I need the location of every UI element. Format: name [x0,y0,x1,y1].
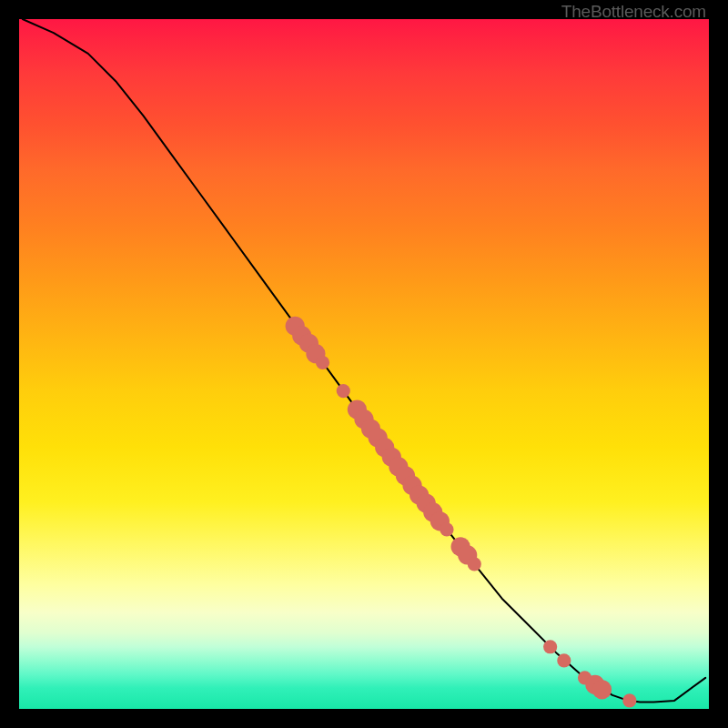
watermark-text: TheBottleneck.com [561,2,706,22]
chart-background [19,19,709,709]
